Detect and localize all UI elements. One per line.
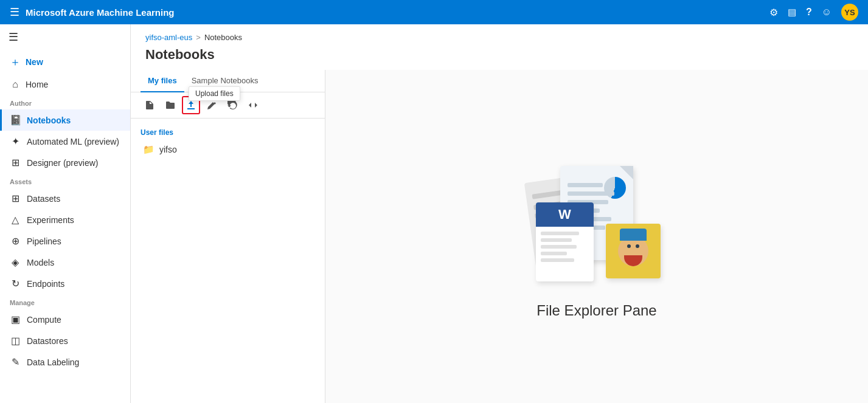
notebooks-icon: 📓 xyxy=(10,114,21,126)
chat-icon[interactable]: ▤ xyxy=(788,7,796,18)
word-header: W xyxy=(536,202,594,227)
right-panel: W xyxy=(325,70,868,403)
doc-word: W xyxy=(536,202,594,281)
sidebar-item-datasets[interactable]: ⊞ Datasets xyxy=(0,188,130,209)
folder-yifso[interactable]: 📁 yifso xyxy=(141,140,315,159)
endpoints-icon: ↻ xyxy=(10,278,21,289)
doc-fold xyxy=(620,166,633,179)
new-folder-button[interactable] xyxy=(161,96,179,114)
sidebar-item-home[interactable]: ⌂ Home xyxy=(0,74,130,95)
datasets-icon: ⊞ xyxy=(10,193,21,204)
person-eye-right xyxy=(636,244,639,248)
sidebar-item-compute[interactable]: ▣ Compute xyxy=(0,309,130,330)
feedback-icon[interactable]: ☺ xyxy=(822,7,832,18)
sidebar-item-data-labeling[interactable]: ✎ Data Labeling xyxy=(0,351,130,373)
new-file-button[interactable] xyxy=(141,96,159,114)
person-avatar xyxy=(618,236,648,266)
sidebar: ☰ ＋ New ⌂ Home Author 📓 Notebooks ✦ Auto… xyxy=(0,24,131,403)
collapse-button[interactable] xyxy=(244,96,262,114)
breadcrumb: yifso-aml-eus > Notebooks xyxy=(131,24,868,42)
sidebar-item-experiments[interactable]: △ Experiments xyxy=(0,209,130,230)
compute-icon: ▣ xyxy=(10,314,21,325)
sidebar-item-datastores[interactable]: ◫ Datastores xyxy=(0,330,130,351)
file-explorer-title: File Explorer Pane xyxy=(536,302,656,319)
sidebar-item-pipelines[interactable]: ⊕ Pipelines xyxy=(0,230,130,252)
sidebar-item-endpoints[interactable]: ↻ Endpoints xyxy=(0,273,130,294)
file-stack-graphic: W xyxy=(524,154,670,288)
person-beard xyxy=(624,255,642,266)
doc-photo xyxy=(606,224,661,278)
sidebar-hamburger[interactable]: ☰ xyxy=(0,24,130,50)
data-labeling-icon: ✎ xyxy=(10,356,21,368)
folder-icon: 📁 xyxy=(143,144,155,155)
file-list: User files 📁 yifso xyxy=(131,119,325,403)
new-button[interactable]: ＋ New xyxy=(0,50,130,74)
upload-tooltip-popup: Upload files xyxy=(189,86,240,101)
file-pane: My files Sample Notebooks Upload files xyxy=(131,70,325,403)
notebooks-area: My files Sample Notebooks Upload files xyxy=(131,70,868,403)
topbar: ☰ Microsoft Azure Machine Learning ⚙ ▤ ?… xyxy=(0,0,868,24)
sidebar-item-designer[interactable]: ⊞ Designer (preview) xyxy=(0,152,130,173)
breadcrumb-workspace[interactable]: yifso-aml-eus xyxy=(145,33,192,42)
models-icon: ◈ xyxy=(10,257,21,268)
breadcrumb-current: Notebooks xyxy=(204,33,242,42)
main-layout: ☰ ＋ New ⌂ Home Author 📓 Notebooks ✦ Auto… xyxy=(0,24,868,403)
user-files-label: User files xyxy=(141,123,315,140)
plus-icon: ＋ xyxy=(10,55,21,69)
page-title: Notebooks xyxy=(131,42,868,70)
breadcrumb-separator: > xyxy=(196,33,201,42)
topbar-right: ⚙ ▤ ? ☺ YS xyxy=(769,4,858,21)
section-assets-label: Assets xyxy=(0,173,130,188)
file-toolbar: Upload files xyxy=(131,92,325,119)
automated-ml-icon: ✦ xyxy=(10,136,21,147)
experiments-icon: △ xyxy=(10,214,21,226)
person-eye-left xyxy=(627,244,631,248)
file-explorer-illustration: W xyxy=(524,154,670,319)
avatar[interactable]: YS xyxy=(841,4,858,21)
section-author-label: Author xyxy=(0,95,130,109)
pipelines-icon: ⊕ xyxy=(10,235,21,247)
section-manage-label: Manage xyxy=(0,294,130,309)
datastores-icon: ◫ xyxy=(10,335,21,346)
content-area: yifso-aml-eus > Notebooks Notebooks My f… xyxy=(131,24,868,403)
designer-icon: ⊞ xyxy=(10,157,21,168)
settings-icon[interactable]: ⚙ xyxy=(769,7,778,18)
person-eyes xyxy=(618,244,648,248)
hamburger-icon[interactable]: ☰ xyxy=(10,5,19,19)
topbar-left: ☰ Microsoft Azure Machine Learning xyxy=(10,5,174,19)
sidebar-item-models[interactable]: ◈ Models xyxy=(0,252,130,273)
person-hat xyxy=(620,229,647,241)
help-icon[interactable]: ? xyxy=(806,7,812,18)
home-icon: ⌂ xyxy=(10,79,21,90)
app-title: Microsoft Azure Machine Learning xyxy=(26,7,174,18)
word-lines xyxy=(536,227,594,270)
sidebar-item-notebooks[interactable]: 📓 Notebooks xyxy=(0,109,130,131)
sidebar-item-automated-ml[interactable]: ✦ Automated ML (preview) xyxy=(0,131,130,152)
tab-my-files[interactable]: My files xyxy=(141,70,184,92)
